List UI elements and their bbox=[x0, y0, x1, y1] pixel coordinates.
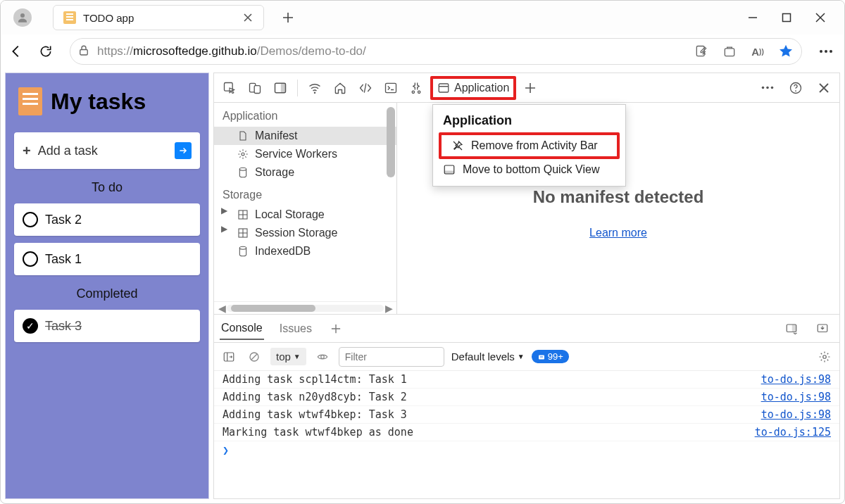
browser-tab[interactable]: TODO app bbox=[53, 5, 264, 30]
console-clear-icon[interactable] bbox=[245, 348, 263, 366]
context-move-item[interactable]: Move to bottom Quick View bbox=[433, 159, 625, 180]
sidebar-item-indexeddb[interactable]: IndexedDB bbox=[214, 242, 396, 260]
svg-point-20 bbox=[766, 87, 769, 89]
task-checkbox-icon[interactable] bbox=[23, 251, 38, 267]
plus-icon: + bbox=[23, 143, 31, 159]
console-prompt[interactable]: ❯ bbox=[214, 441, 839, 460]
browser-more-button[interactable] bbox=[813, 39, 839, 64]
task-checked-icon[interactable]: ✓ bbox=[23, 318, 38, 334]
console-levels-select[interactable]: Default levels ▼ bbox=[451, 351, 525, 363]
url-text: https://microsoftedge.github.io/Demos/de… bbox=[97, 44, 366, 58]
svg-point-5 bbox=[820, 50, 822, 53]
device-toggle-icon[interactable] bbox=[244, 77, 266, 99]
drawer-dock-icon[interactable] bbox=[780, 317, 803, 340]
console-line: Adding task scpl14ctm: Task 1to-do.js:98 bbox=[214, 371, 839, 389]
drawer-tab-console[interactable]: Console bbox=[220, 317, 264, 340]
devtools-more-button[interactable] bbox=[756, 77, 779, 99]
expand-caret-icon[interactable]: ▶ bbox=[221, 224, 227, 234]
tab-title: TODO app bbox=[83, 12, 235, 24]
console-issues-badge[interactable]: 99+ bbox=[532, 350, 569, 363]
console-settings-icon[interactable] bbox=[815, 348, 834, 366]
svg-point-39 bbox=[321, 355, 325, 358]
collections-icon[interactable] bbox=[721, 43, 738, 60]
console-source-link[interactable]: to-do.js:125 bbox=[755, 426, 831, 439]
application-tab-highlighted[interactable]: Application bbox=[430, 76, 516, 100]
console-tool-icon[interactable] bbox=[380, 77, 402, 99]
new-tab-button[interactable] bbox=[277, 6, 299, 29]
dock-side-icon[interactable] bbox=[269, 77, 292, 99]
console-source-link[interactable]: to-do.js:98 bbox=[761, 373, 831, 386]
console-source-link[interactable]: to-do.js:98 bbox=[761, 391, 831, 403]
svg-rect-10 bbox=[254, 85, 260, 93]
clipboard-icon bbox=[18, 87, 42, 115]
window-minimize-button[interactable] bbox=[744, 9, 761, 26]
drawer-add-tab-button[interactable] bbox=[327, 317, 344, 340]
svg-rect-4 bbox=[725, 49, 734, 56]
page-favicon bbox=[63, 11, 76, 24]
edit-page-icon[interactable] bbox=[693, 43, 710, 60]
context-remove-item[interactable]: Remove from Activity Bar bbox=[442, 135, 617, 156]
window-titlebar: TODO app bbox=[1, 1, 844, 34]
elements-tool-icon[interactable] bbox=[354, 77, 377, 99]
console-context-select[interactable]: top ▼ bbox=[270, 348, 306, 365]
scroll-left-icon[interactable]: ◀ bbox=[217, 303, 227, 314]
drawer-tab-issues[interactable]: Issues bbox=[278, 318, 313, 339]
sources-tool-icon[interactable] bbox=[405, 77, 427, 99]
console-sidebar-toggle-icon[interactable] bbox=[220, 348, 238, 366]
submit-arrow-icon[interactable] bbox=[175, 142, 192, 159]
console-source-link[interactable]: to-do.js:98 bbox=[761, 408, 831, 421]
task-item[interactable]: ✓ Task 3 bbox=[14, 310, 200, 342]
add-tool-button[interactable] bbox=[519, 77, 542, 99]
console-line: Adding task wtwf4bkep: Task 3to-do.js:98 bbox=[214, 406, 839, 424]
file-icon bbox=[237, 130, 249, 142]
sidebar-item-local-storage[interactable]: Local Storage bbox=[214, 206, 396, 224]
favorite-star-icon[interactable] bbox=[777, 43, 794, 60]
drawer-collapse-icon[interactable] bbox=[811, 317, 834, 340]
svg-point-6 bbox=[825, 50, 827, 53]
task-checkbox-icon[interactable] bbox=[23, 212, 38, 227]
window-maximize-button[interactable] bbox=[778, 9, 795, 26]
console-filter-input[interactable] bbox=[339, 347, 444, 367]
sidebar-item-manifest[interactable]: Manifest bbox=[214, 127, 396, 145]
grid-icon bbox=[237, 227, 249, 239]
learn-more-link[interactable]: Learn more bbox=[589, 227, 647, 239]
gear-icon bbox=[237, 148, 249, 160]
task-item[interactable]: Task 2 bbox=[14, 203, 200, 236]
sidebar-item-service-workers[interactable]: Service Workers bbox=[214, 145, 396, 163]
window-close-button[interactable] bbox=[812, 9, 829, 26]
scroll-right-icon[interactable]: ▶ bbox=[384, 303, 394, 314]
console-line: Marking task wtwf4bkep as doneto-do.js:1… bbox=[214, 424, 839, 441]
devtools-panel: Application Application Manifest Service… bbox=[213, 73, 840, 499]
sidebar-scrollbar[interactable] bbox=[387, 107, 395, 177]
address-toolbar: https://microsoftedge.github.io/Demos/de… bbox=[1, 34, 844, 68]
task-item[interactable]: Task 1 bbox=[14, 243, 200, 275]
sidebar-item-session-storage[interactable]: Session Storage bbox=[214, 224, 396, 242]
network-tool-icon[interactable] bbox=[303, 77, 326, 99]
address-bar[interactable]: https://microsoftedge.github.io/Demos/de… bbox=[70, 38, 802, 65]
devtools-close-button[interactable] bbox=[813, 77, 835, 99]
welcome-tool-icon[interactable] bbox=[329, 77, 351, 99]
console-live-expression-icon[interactable] bbox=[313, 348, 332, 366]
add-task-button[interactable]: + Add a task bbox=[14, 132, 200, 169]
devtools-help-button[interactable] bbox=[784, 77, 807, 99]
site-lock-icon[interactable] bbox=[77, 44, 90, 59]
context-menu-title: Application bbox=[433, 109, 625, 132]
read-aloud-icon[interactable]: A)) bbox=[749, 43, 766, 60]
svg-point-41 bbox=[823, 355, 827, 358]
application-icon bbox=[437, 82, 450, 94]
unpin-icon bbox=[451, 139, 464, 152]
profile-avatar[interactable] bbox=[13, 8, 32, 27]
sidebar-item-storage[interactable]: Storage bbox=[214, 163, 396, 182]
inspect-element-icon[interactable] bbox=[218, 77, 241, 99]
todo-section-label: To do bbox=[14, 176, 200, 196]
refresh-button[interactable] bbox=[33, 39, 58, 64]
add-task-label: Add a task bbox=[38, 144, 98, 158]
todo-app-page: My tasks + Add a task To do Task 2 Task … bbox=[5, 73, 209, 499]
svg-rect-33 bbox=[792, 325, 796, 332]
back-button[interactable] bbox=[4, 39, 29, 64]
sidebar-hscroll[interactable]: ◀ ▶ bbox=[214, 301, 396, 314]
tab-close-icon[interactable] bbox=[242, 12, 254, 23]
devtools-drawer: Console Issues top ▼ Default levels ▼ 99… bbox=[214, 314, 839, 498]
expand-caret-icon[interactable]: ▶ bbox=[221, 206, 227, 215]
svg-point-15 bbox=[412, 91, 414, 93]
